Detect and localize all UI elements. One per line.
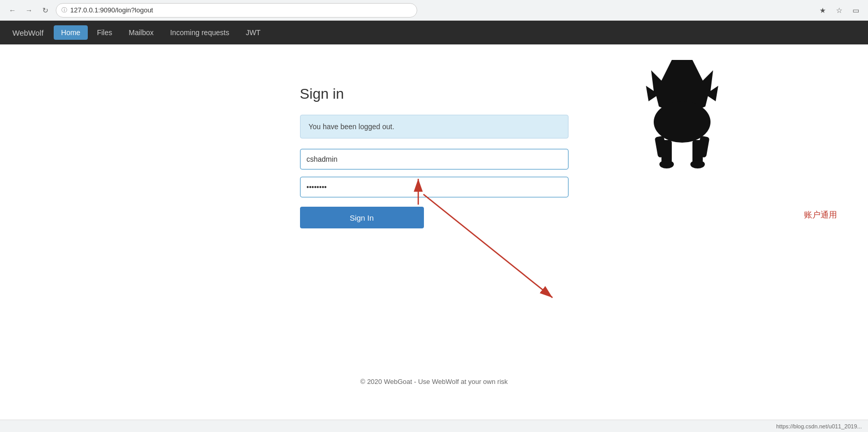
sign-in-title: Sign in	[300, 86, 569, 102]
svg-point-7	[690, 160, 705, 168]
wolf-image	[630, 55, 734, 168]
password-input[interactable]	[300, 177, 569, 197]
nav-item-mailbox[interactable]: Mailbox	[121, 25, 161, 40]
reload-button[interactable]: ↻	[39, 4, 52, 17]
nav-item-home[interactable]: Home	[54, 25, 87, 40]
username-input[interactable]	[300, 149, 569, 169]
bookmark-button[interactable]: ☆	[833, 4, 845, 17]
sign-in-button[interactable]: Sign In	[300, 207, 424, 228]
nav-item-files[interactable]: Files	[90, 25, 120, 40]
svg-rect-4	[655, 136, 668, 158]
navbar: WebWolf Home Files Mailbox Incoming requ…	[0, 21, 868, 44]
svg-rect-2	[661, 140, 672, 163]
annotation-text: 账户通用	[804, 210, 837, 221]
browser-actions: ★ ☆ ▭	[816, 4, 862, 17]
extensions-button[interactable]: ★	[816, 4, 829, 17]
profile-button[interactable]: ▭	[849, 4, 862, 17]
alert-text: You have been logged out.	[309, 122, 394, 131]
back-button[interactable]: ←	[6, 4, 19, 17]
forward-button[interactable]: →	[23, 4, 35, 17]
svg-marker-0	[646, 60, 718, 117]
svg-rect-3	[692, 140, 703, 163]
status-url: https://blog.csdn.net/u011_2019...	[776, 423, 862, 429]
address-bar[interactable]: ⓘ 127.0.0.1:9090/login?logout	[56, 3, 417, 18]
nav-item-jwt[interactable]: JWT	[239, 25, 268, 40]
login-form-container: Sign in You have been logged out. Sign I…	[300, 86, 569, 406]
svg-point-1	[654, 101, 711, 143]
brand-label: WebWolf	[8, 26, 48, 39]
url-text: 127.0.0.1:9090/login?logout	[70, 6, 153, 14]
svg-rect-5	[697, 136, 710, 158]
nav-item-incoming-requests[interactable]: Incoming requests	[163, 25, 236, 40]
main-content: Sign in You have been logged out. Sign I…	[0, 44, 868, 406]
lock-icon: ⓘ	[61, 6, 67, 14]
browser-chrome: ← → ↻ ⓘ 127.0.0.1:9090/login?logout ★ ☆ …	[0, 0, 868, 21]
svg-point-6	[659, 160, 674, 168]
status-bar: https://blog.csdn.net/u011_2019...	[0, 420, 868, 432]
alert-message: You have been logged out.	[300, 115, 569, 138]
